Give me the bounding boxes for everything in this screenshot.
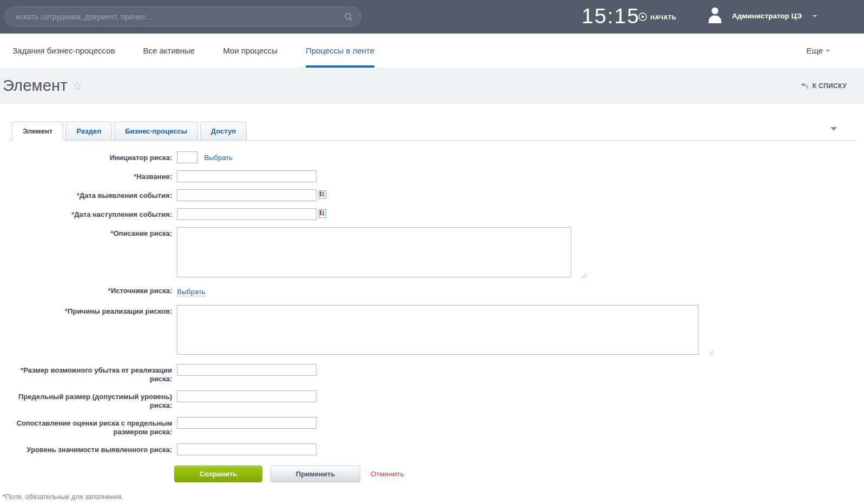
form-row-name: *Название: xyxy=(0,170,864,182)
save-button[interactable]: Сохранить xyxy=(174,466,262,482)
form-row-loss-size: *Размер возможного убытка от реализации … xyxy=(0,364,864,383)
page-header: Элемент ☆ К СПИСКУ xyxy=(0,68,864,104)
search-input[interactable] xyxy=(16,12,344,21)
date-occur-input[interactable] xyxy=(177,208,316,220)
field-label: Причины реализации рисков: xyxy=(68,307,172,315)
apply-button[interactable]: Применить xyxy=(271,466,360,482)
form-row-date-occur: *Дата наступления события: 1 xyxy=(0,208,864,220)
limit-size-input[interactable] xyxy=(177,390,316,402)
initiator-input[interactable] xyxy=(177,151,197,163)
page: 15:15 НАЧАТЬ Администратор ЦЭ Задания б xyxy=(0,0,864,504)
field-label: Дата наступления события: xyxy=(74,210,172,218)
resize-grip-icon[interactable] xyxy=(581,273,586,278)
form-tabs: Элемент Раздел Бизнес-процессы Доступ xyxy=(9,122,855,141)
form-row-limit-size: Предельный размер (допустимый уровень) р… xyxy=(0,390,864,410)
causes-textarea[interactable] xyxy=(177,305,698,355)
form-row-comparison: Сопоставление оценки риска с предельным … xyxy=(0,417,864,436)
user-name: Администратор ЦЭ xyxy=(732,12,802,20)
significance-input[interactable] xyxy=(177,443,316,455)
play-icon xyxy=(638,12,647,22)
sources-choose-link[interactable]: Выбрать xyxy=(177,288,205,296)
tab-access[interactable]: Доступ xyxy=(200,122,247,141)
resize-grip-icon[interactable] xyxy=(708,350,713,355)
loss-size-input[interactable] xyxy=(177,364,316,376)
nav-item-tasks[interactable]: Задания бизнес-процессов xyxy=(12,34,115,68)
form-row-sources: *Источники риска: Выбрать xyxy=(0,287,864,296)
element-form: Инициатор риска: Выбрать *Название: *Дат… xyxy=(0,141,864,501)
avatar-icon xyxy=(708,6,722,25)
nav-item-all-active[interactable]: Все активные xyxy=(143,34,195,68)
nav-item-my-processes[interactable]: Мои процессы xyxy=(223,34,278,68)
field-label: Уровень значимости выявленного риска: xyxy=(27,446,172,454)
bp-nav: Задания бизнес-процессов Все активные Мо… xyxy=(0,34,864,68)
tab-section[interactable]: Раздел xyxy=(65,122,112,141)
worktime-clock: 15:15 xyxy=(582,4,640,28)
start-label: НАЧАТЬ xyxy=(650,14,676,21)
form-settings-dropdown-icon[interactable] xyxy=(830,127,837,131)
cancel-link[interactable]: Отменить xyxy=(371,470,404,478)
field-label: Название: xyxy=(136,173,172,181)
calendar-icon[interactable]: 1 xyxy=(319,209,326,218)
field-label: Сопоставление оценки риска с предельным … xyxy=(17,419,172,436)
comparison-input[interactable] xyxy=(177,417,316,429)
field-label: Размер возможного убытка от реализации р… xyxy=(23,366,172,383)
back-to-list-link[interactable]: К СПИСКУ xyxy=(800,82,847,90)
nav-more-menu[interactable]: Еще xyxy=(806,46,830,55)
back-to-list-label: К СПИСКУ xyxy=(812,82,847,90)
required-fields-note: *Поля, обязательные для заполнения. xyxy=(3,493,864,501)
nav-item-feed-processes[interactable]: Процессы в ленте xyxy=(306,34,374,68)
calendar-icon[interactable]: 1 xyxy=(319,190,326,199)
form-row-description: *Описание риска: xyxy=(0,227,864,277)
nav-more-label: Еще xyxy=(806,46,823,55)
form-row-initiator: Инициатор риска: Выбрать xyxy=(0,151,864,163)
name-input[interactable] xyxy=(177,170,316,182)
tab-business-processes[interactable]: Бизнес-процессы xyxy=(114,122,198,141)
field-label: Предельный размер (допустимый уровень) р… xyxy=(18,393,172,409)
form-row-date-detect: *Дата выявления события: 1 xyxy=(0,189,864,201)
chevron-down-icon xyxy=(813,15,817,17)
topbar: 15:15 НАЧАТЬ Администратор ЦЭ xyxy=(0,0,864,34)
field-label: Инициатор риска: xyxy=(110,154,172,162)
user-menu[interactable]: Администратор ЦЭ xyxy=(708,6,817,25)
form-row-causes: *Причины реализации рисков: xyxy=(0,305,864,355)
return-arrow-icon xyxy=(800,83,808,89)
form-actions: Сохранить Применить Отменить xyxy=(174,466,864,482)
date-detect-input[interactable] xyxy=(177,189,316,201)
field-label: Описание риска: xyxy=(114,229,173,237)
favorite-star-icon[interactable]: ☆ xyxy=(72,80,83,92)
field-label: Источники риска: xyxy=(111,287,172,295)
field-label: Дата выявления события: xyxy=(80,191,172,200)
search-icon[interactable] xyxy=(344,12,353,22)
worktime-start-button[interactable]: НАЧАТЬ xyxy=(638,12,676,22)
global-search[interactable] xyxy=(4,6,361,27)
page-title: Элемент xyxy=(3,77,68,95)
tab-element[interactable]: Элемент xyxy=(12,122,63,141)
description-textarea[interactable] xyxy=(177,227,571,277)
chevron-down-icon xyxy=(826,50,830,52)
form-row-significance: Уровень значимости выявленного риска: xyxy=(0,443,864,455)
initiator-choose-link[interactable]: Выбрать xyxy=(204,154,232,162)
